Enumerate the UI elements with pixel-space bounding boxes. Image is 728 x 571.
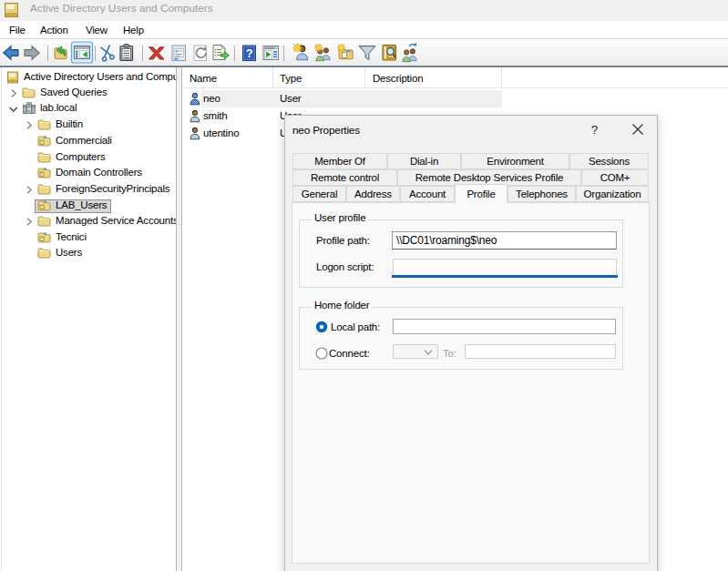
svg-text:?: ? <box>246 46 253 60</box>
